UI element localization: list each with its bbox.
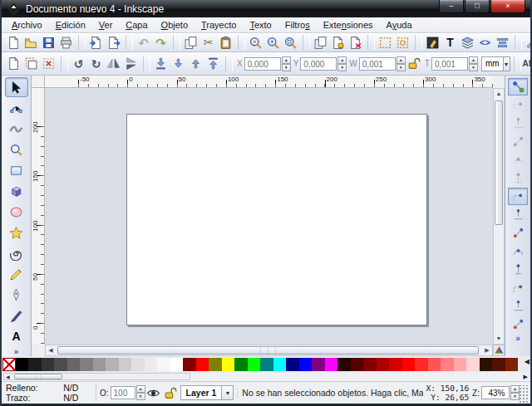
unit-select[interactable]: mm <box>481 56 504 71</box>
menu-extensiones[interactable]: Extensiones <box>317 18 380 32</box>
snap-smooth-node-button[interactable] <box>508 261 528 278</box>
color-swatch[interactable] <box>16 358 29 371</box>
menu-trayecto[interactable]: Trayecto <box>195 18 243 32</box>
edit-deselect-button[interactable] <box>394 34 411 51</box>
new-document-button[interactable] <box>5 34 22 51</box>
opacity-field[interactable]: 100 <box>111 386 135 399</box>
create-clone-button[interactable] <box>329 34 347 51</box>
color-swatch[interactable] <box>273 358 287 371</box>
flip-vertical-button[interactable] <box>122 56 140 72</box>
node-tool-button[interactable] <box>5 98 28 118</box>
height-field[interactable]: 0,001 <box>431 57 468 71</box>
color-swatch[interactable] <box>170 358 184 371</box>
xml-editor-button[interactable]: <> <box>476 34 494 51</box>
zoom-drawing-button[interactable] <box>264 34 282 51</box>
menu-filtros[interactable]: Filtros <box>278 18 317 32</box>
color-swatch[interactable] <box>234 358 248 371</box>
color-swatch[interactable] <box>492 358 505 371</box>
lock-ratio-icon[interactable] <box>406 56 422 72</box>
copy-button[interactable] <box>182 34 200 51</box>
print-document-button[interactable] <box>57 34 75 51</box>
color-swatch[interactable] <box>209 358 222 371</box>
color-swatch[interactable] <box>196 358 209 371</box>
import-document-button[interactable] <box>87 34 105 51</box>
menu-objeto[interactable]: Objeto <box>155 18 195 32</box>
snap-bbox-corner-button[interactable] <box>508 133 528 150</box>
zoom-page-button[interactable] <box>282 34 299 51</box>
y-spinner[interactable]: ▲▼ <box>337 56 347 71</box>
box3d-tool-button[interactable] <box>5 181 28 201</box>
zoom-selection-button[interactable] <box>247 34 264 51</box>
color-swatch[interactable] <box>80 358 93 371</box>
snap-paths-button[interactable] <box>508 206 528 223</box>
width-spinner[interactable]: ▲▼ <box>397 56 406 71</box>
color-swatch[interactable] <box>389 358 402 371</box>
minimize-button[interactable]: – <box>439 0 464 13</box>
text-tool-button[interactable]: A <box>5 326 28 346</box>
window-resize-grip[interactable] <box>520 385 529 404</box>
spiral-tool-button[interactable] <box>5 243 28 263</box>
menu-ver[interactable]: Ver <box>92 18 120 32</box>
align-button[interactable] <box>494 34 511 51</box>
menu-edicion[interactable]: Edición <box>49 18 92 32</box>
color-swatch[interactable] <box>402 358 416 371</box>
rotate-cw-button[interactable]: ↻ <box>87 56 105 72</box>
text-button[interactable]: T <box>441 34 459 51</box>
toolbox-overflow-chevron[interactable]: » <box>14 347 19 356</box>
horizontal-scrollbar[interactable]: ◀ ⋮⋮⋮ ▶ <box>45 345 493 356</box>
rotate-ccw-button[interactable]: ↺ <box>70 56 87 72</box>
color-swatch[interactable] <box>260 358 273 371</box>
duplicate-button[interactable] <box>312 34 329 51</box>
palette-scrollbar[interactable]: ◀ ⋮⋮ <box>3 373 190 380</box>
color-swatch[interactable] <box>248 358 261 371</box>
layer-lock-icon[interactable] <box>162 384 179 401</box>
snap-bbox-button[interactable] <box>508 96 528 114</box>
snap-cusp-node-button[interactable] <box>508 242 528 260</box>
fill-stroke-indicator[interactable]: Relleno: N/D Trazo: N/D <box>3 383 92 403</box>
color-swatch[interactable] <box>505 358 519 371</box>
menu-capa[interactable]: Capa <box>119 18 154 32</box>
vertical-ruler[interactable]: 200150100500 <box>32 88 45 345</box>
lower-button[interactable] <box>170 56 187 72</box>
canvas[interactable] <box>45 88 493 345</box>
deselect-button[interactable] <box>40 56 57 72</box>
color-swatch[interactable] <box>415 358 428 371</box>
palette-scroll-right-icon[interactable]: ▶ <box>524 374 528 380</box>
redo-button[interactable]: ↷ <box>152 34 170 51</box>
x-field[interactable]: 0,000 <box>244 57 281 71</box>
palette-scrollbar-left-icon[interactable]: ◀ <box>6 374 10 380</box>
selector-tool-button[interactable] <box>5 77 28 97</box>
open-document-button[interactable] <box>22 34 40 51</box>
ellipse-tool-button[interactable] <box>5 202 28 222</box>
color-swatch[interactable] <box>312 358 325 371</box>
star-tool-button[interactable] <box>5 223 28 242</box>
raise-to-top-button[interactable] <box>204 56 222 72</box>
layers-button[interactable] <box>459 34 476 51</box>
color-swatch[interactable] <box>325 358 338 371</box>
snap-bbox-midpoint-button[interactable] <box>508 151 528 169</box>
palette-scrollbar-thumb[interactable]: ⋮⋮ <box>14 374 62 379</box>
color-swatch[interactable] <box>93 358 106 371</box>
snap-midpoint-button[interactable] <box>508 279 528 296</box>
scroll-up-icon[interactable]: ▲ <box>494 89 504 99</box>
snap-enable-button[interactable] <box>508 78 528 95</box>
pen-tool-button[interactable] <box>5 285 28 305</box>
document-page[interactable] <box>126 114 427 325</box>
color-swatch[interactable] <box>377 358 390 371</box>
save-document-button[interactable] <box>40 34 57 51</box>
color-swatch[interactable] <box>299 358 313 371</box>
flip-horizontal-button[interactable] <box>105 56 122 72</box>
color-managed-view-toggle[interactable] <box>493 345 505 356</box>
snap-bbox-edge-button[interactable] <box>508 115 528 132</box>
vertical-scrollbar[interactable]: ▲ ▼ <box>493 88 505 345</box>
height-spinner[interactable]: ▲▼ <box>469 56 478 71</box>
close-button[interactable]: × <box>490 0 525 13</box>
color-swatch[interactable] <box>441 358 454 371</box>
current-layer-name[interactable]: Layer 1 <box>180 385 223 400</box>
select-all-button[interactable] <box>5 56 22 72</box>
color-swatch[interactable] <box>428 358 441 371</box>
unlink-clone-button[interactable] <box>347 34 364 51</box>
menu-archivo[interactable]: Archivo <box>5 18 49 32</box>
opacity-spinner[interactable]: ▲▼ <box>136 385 145 400</box>
undo-button[interactable]: ↶ <box>135 34 152 51</box>
